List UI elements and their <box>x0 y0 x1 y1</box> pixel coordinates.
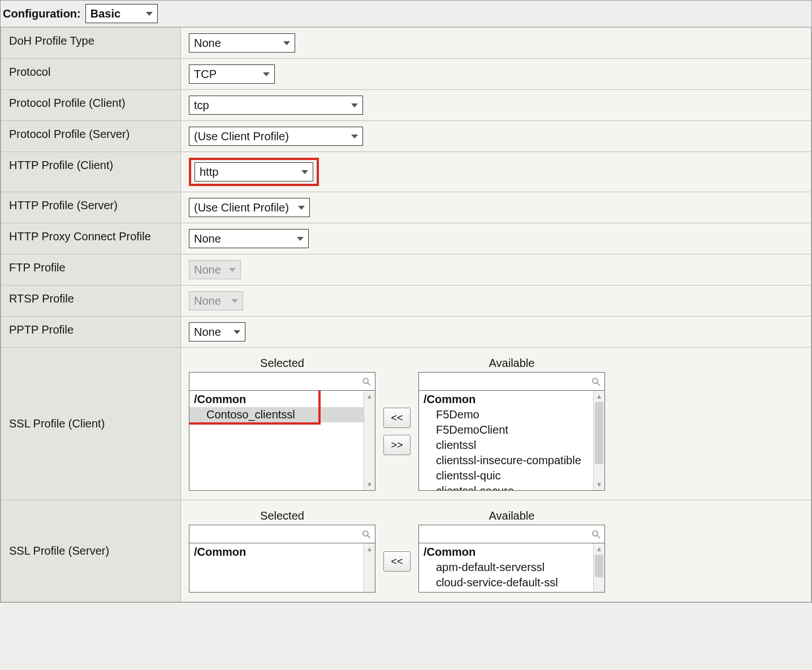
search-icon <box>358 373 375 390</box>
ssl-server-selected-listbox[interactable]: /Common ▲ <box>189 543 375 593</box>
ssl-server-available-search[interactable] <box>418 525 605 543</box>
chevron-down-icon <box>234 330 240 334</box>
protocol-profile-server-value: (Use Client Profile) <box>194 130 289 143</box>
svg-line-7 <box>597 535 600 538</box>
row-label-sslc: SSL Profile (Client) <box>1 348 181 500</box>
row-label-ssls: SSL Profile (Server) <box>1 500 181 602</box>
protocol-profile-client-select[interactable]: tcp <box>189 96 363 115</box>
chevron-down-icon <box>231 299 238 303</box>
scrollbar[interactable]: ▲ <box>364 543 375 592</box>
list-item[interactable]: cloud-service-default-ssl <box>419 575 593 590</box>
list-item[interactable]: clientssl <box>419 438 593 453</box>
protocol-select[interactable]: TCP <box>189 64 275 84</box>
ssl-client-selected-search[interactable] <box>189 372 375 390</box>
list-item[interactable]: clientssl-quic <box>419 468 593 483</box>
chevron-down-icon <box>146 12 153 16</box>
ssl-client-move-buttons: << >> <box>383 357 411 455</box>
svg-point-4 <box>363 531 368 536</box>
list-item[interactable]: clientssl-secure <box>419 483 593 490</box>
scroll-up-icon[interactable]: ▲ <box>594 543 604 555</box>
ssl-server-available-group: /Common <box>419 543 593 560</box>
ftp-profile-select: None <box>189 260 241 279</box>
search-icon <box>588 525 604 543</box>
protocol-value: TCP <box>194 68 217 81</box>
ssl-client-selected-search-input[interactable] <box>189 373 358 390</box>
ftp-profile-value: None <box>194 263 221 276</box>
row-label-ftp: FTP Profile <box>1 254 181 286</box>
ssl-client-selected-group: /Common <box>189 391 364 407</box>
scroll-down-icon[interactable]: ▼ <box>364 479 375 490</box>
configuration-select-value: Basic <box>90 7 120 20</box>
scrollbar[interactable]: ▲ <box>593 543 604 592</box>
svg-line-1 <box>368 383 370 386</box>
rtsp-profile-select: None <box>189 291 243 310</box>
move-left-button[interactable]: << <box>383 551 411 572</box>
list-item[interactable]: Contoso_clientssl <box>189 407 364 422</box>
configuration-select[interactable]: Basic <box>85 4 158 23</box>
pptp-profile-value: None <box>194 326 221 339</box>
row-label-rtsp: RTSP Profile <box>1 286 181 317</box>
ssl-server-available-search-input[interactable] <box>419 525 588 543</box>
svg-point-0 <box>363 378 368 383</box>
ssl-server-dual-list: Selected /Common ▲ <box>189 506 803 596</box>
selected-title: Selected <box>189 357 375 372</box>
chevron-down-icon <box>283 41 290 45</box>
ssl-server-available-column: Available /Common apm-default-serverssl <box>418 509 605 593</box>
protocol-profile-server-select[interactable]: (Use Client Profile) <box>189 127 363 146</box>
move-left-button[interactable]: << <box>383 408 411 428</box>
settings-table: DoH Profile Type None Protocol TCP Proto… <box>1 27 811 602</box>
doh-profile-select[interactable]: None <box>189 33 295 53</box>
http-proxy-connect-value: None <box>194 232 221 245</box>
http-profile-client-select[interactable]: http <box>195 162 313 181</box>
row-label-httpc: HTTP Profile (Client) <box>1 152 181 192</box>
ssl-client-available-search[interactable] <box>418 372 605 390</box>
search-icon <box>588 373 604 390</box>
http-profile-server-select[interactable]: (Use Client Profile) <box>189 198 310 217</box>
scrollbar[interactable]: ▲ ▼ <box>593 391 604 490</box>
row-label-https: HTTP Profile (Server) <box>1 192 181 223</box>
protocol-profile-client-value: tcp <box>194 99 209 112</box>
row-label-protocol: Protocol <box>1 59 181 90</box>
ssl-client-selected-listbox[interactable]: /Common Contoso_clientssl ▲ ▼ <box>189 390 375 491</box>
row-label-pps: Protocol Profile (Server) <box>1 121 181 152</box>
doh-profile-value: None <box>194 37 221 50</box>
ssl-server-selected-search[interactable] <box>189 525 375 543</box>
chevron-down-icon <box>297 237 304 241</box>
ssl-client-available-search-input[interactable] <box>419 373 588 390</box>
selected-title: Selected <box>189 509 375 525</box>
list-item[interactable]: apm-default-serverssl <box>419 560 593 575</box>
scrollbar[interactable]: ▲ ▼ <box>364 391 375 490</box>
move-right-button[interactable]: >> <box>383 435 411 455</box>
chevron-down-icon <box>229 268 236 272</box>
configuration-bar: Configuration: Basic <box>1 1 811 27</box>
svg-point-6 <box>593 531 598 536</box>
svg-line-5 <box>368 535 370 538</box>
scroll-up-icon[interactable]: ▲ <box>364 543 375 555</box>
list-item[interactable]: F5DemoClient <box>419 422 593 438</box>
ssl-client-dual-list: Selected /Common Contoso_clientssl <box>189 353 803 494</box>
http-profile-server-value: (Use Client Profile) <box>194 201 289 214</box>
chevron-down-icon <box>298 206 305 210</box>
chevron-down-icon <box>263 72 270 76</box>
scroll-down-icon[interactable]: ▼ <box>594 479 604 490</box>
list-item[interactable]: F5Demo <box>419 407 593 422</box>
scroll-up-icon[interactable]: ▲ <box>594 391 604 402</box>
configuration-label: Configuration: <box>3 7 81 20</box>
list-item[interactable]: clientssl-insecure-compatible <box>419 453 593 468</box>
search-icon <box>358 525 375 543</box>
chevron-down-icon <box>351 135 358 139</box>
row-label-hproxy: HTTP Proxy Connect Profile <box>1 223 181 254</box>
scroll-up-icon[interactable]: ▲ <box>364 391 375 402</box>
http-proxy-connect-select[interactable]: None <box>189 229 309 248</box>
row-label-doh: DoH Profile Type <box>1 28 181 59</box>
ssl-client-available-listbox[interactable]: /Common F5Demo F5DemoClient clientssl cl… <box>418 390 605 491</box>
ssl-client-selected-column: Selected /Common Contoso_clientssl <box>189 357 375 491</box>
http-profile-client-highlight: http <box>189 158 319 186</box>
ssl-server-available-listbox[interactable]: /Common apm-default-serverssl cloud-serv… <box>418 543 605 593</box>
chevron-down-icon <box>351 103 358 107</box>
rtsp-profile-value: None <box>194 295 221 308</box>
row-label-pptp: PPTP Profile <box>1 317 181 348</box>
pptp-profile-select[interactable]: None <box>189 322 245 342</box>
ssl-client-available-group: /Common <box>419 391 593 407</box>
ssl-server-selected-search-input[interactable] <box>189 525 358 543</box>
